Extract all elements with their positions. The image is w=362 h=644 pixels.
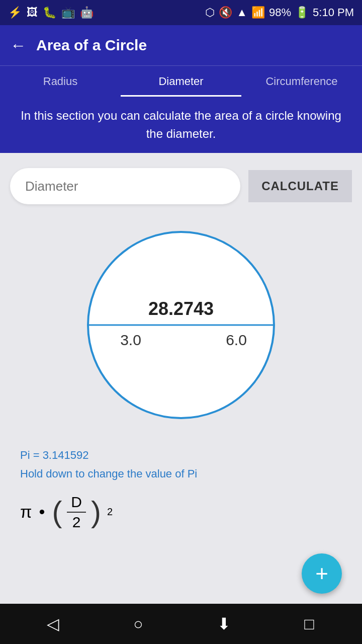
- tab-radius[interactable]: Radius: [0, 66, 121, 97]
- formula-open-paren: (: [52, 495, 62, 529]
- description-text: In this section you can calculate the ar…: [0, 97, 362, 153]
- bluetooth-icon: ⬡: [205, 6, 215, 19]
- circle-diagram: 28.2743 3.0 6.0: [80, 224, 282, 426]
- usb-icon: ⚡: [8, 6, 22, 19]
- bug-icon: 🐛: [43, 6, 56, 19]
- bottom-nav: ◁ ○ ⬇ □: [0, 604, 362, 644]
- formula-close-paren: ): [91, 495, 101, 529]
- wifi-icon: ▲: [236, 6, 247, 19]
- formula-denominator: 2: [68, 513, 85, 531]
- page-title: Area of a Circle: [36, 37, 147, 54]
- battery-icon: 🔋: [295, 6, 309, 19]
- formula-fraction: D 2: [67, 494, 86, 531]
- android-icon: 🤖: [80, 6, 94, 19]
- nav-home-button[interactable]: ○: [118, 609, 158, 639]
- header: ← Area of a Circle: [0, 25, 362, 65]
- pi-hint: Hold down to change the value of Pi: [20, 464, 342, 483]
- calculate-button[interactable]: CALCULATE: [248, 170, 352, 202]
- radius-label: 3.0: [120, 332, 141, 348]
- formula-exponent: 2: [107, 506, 113, 518]
- battery-pct: 98%: [269, 6, 291, 19]
- pi-value: Pi = 3.141592: [20, 446, 342, 464]
- status-icons: ⚡ 🖼 🐛 📺 🤖: [8, 6, 94, 19]
- diameter-input[interactable]: [10, 168, 240, 204]
- pi-info: Pi = 3.141592 Hold down to change the va…: [10, 441, 352, 489]
- mute-icon: 🔇: [219, 6, 232, 19]
- formula-dot: •: [39, 502, 45, 522]
- formula: π • ( D 2 ) 2: [10, 489, 352, 541]
- back-button[interactable]: ←: [10, 36, 26, 55]
- tv-icon: 📺: [61, 6, 75, 19]
- tab-circumference[interactable]: Circumference: [241, 66, 362, 97]
- tab-diameter[interactable]: Diameter: [121, 66, 241, 97]
- diameter-label: 6.0: [226, 332, 247, 348]
- nav-recents-button[interactable]: ⬇: [204, 609, 244, 639]
- circle-svg: 28.2743 3.0 6.0: [80, 224, 282, 426]
- formula-pi: π: [20, 502, 32, 522]
- status-bar: ⚡ 🖼 🐛 📺 🤖 ⬡ 🔇 ▲ 📶 98% 🔋 5:10 PM: [0, 0, 362, 25]
- area-value: 28.2743: [148, 298, 214, 319]
- status-right: ⬡ 🔇 ▲ 📶 98% 🔋 5:10 PM: [205, 6, 354, 19]
- formula-numerator: D: [67, 494, 86, 513]
- main-content: CALCULATE 28.2743 3.0 6.0 Pi = 3.141592 …: [0, 153, 362, 604]
- signal-icon: 📶: [251, 6, 265, 19]
- time: 5:10 PM: [313, 6, 354, 19]
- nav-back-button[interactable]: ◁: [33, 609, 73, 639]
- nav-square-button[interactable]: □: [289, 609, 329, 639]
- input-row: CALCULATE: [10, 168, 352, 204]
- image-icon: 🖼: [27, 6, 38, 19]
- fab-button[interactable]: +: [302, 553, 342, 594]
- tab-bar: Radius Diameter Circumference: [0, 65, 362, 97]
